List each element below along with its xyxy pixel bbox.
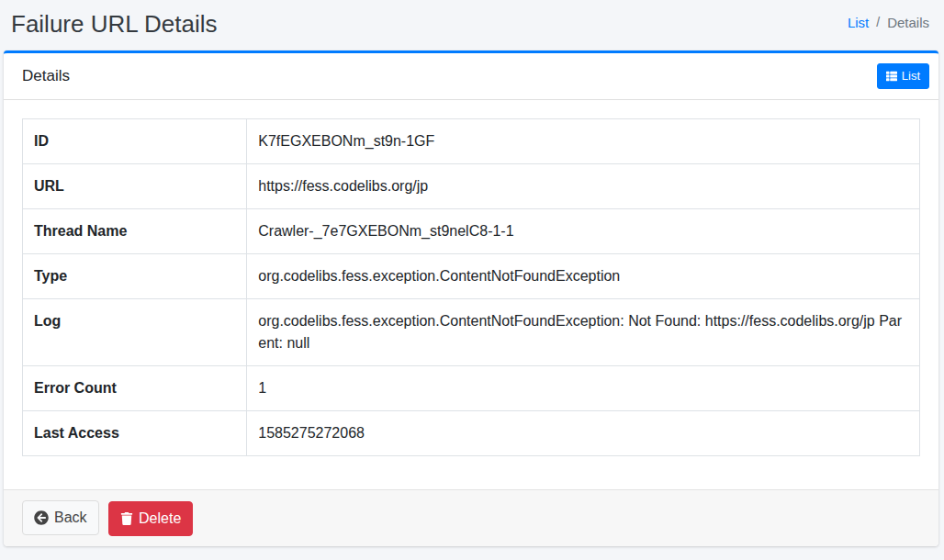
field-value: K7fEGXEBONm_st9n-1GF <box>247 118 920 163</box>
trash-icon <box>120 512 133 525</box>
table-row: ID K7fEGXEBONm_st9n-1GF <box>23 118 920 163</box>
table-row: Type org.codelibs.fess.exception.Content… <box>23 253 920 298</box>
field-label: Log <box>23 298 247 365</box>
table-row: Log org.codelibs.fess.exception.ContentN… <box>23 298 920 365</box>
table-row: Error Count 1 <box>23 365 920 410</box>
field-value: 1 <box>247 365 920 410</box>
breadcrumb: List / Details <box>848 13 929 32</box>
back-button[interactable]: Back <box>22 500 99 535</box>
field-label: Thread Name <box>23 208 247 253</box>
table-row: Last Access 1585275272068 <box>23 410 920 455</box>
breadcrumb-item-details: Details <box>887 13 929 32</box>
card-title: Details <box>22 65 70 87</box>
field-value: 1585275272068 <box>247 410 920 455</box>
details-table: ID K7fEGXEBONm_st9n-1GF URL https://fess… <box>22 118 920 456</box>
back-button-label: Back <box>54 507 87 529</box>
field-label: Type <box>23 253 247 298</box>
details-card: Details List ID K7fEGXEBONm_st9n-1GF URL… <box>4 50 938 546</box>
table-row: Thread Name Crawler-_7e7GXEBONm_st9nelC8… <box>23 208 920 253</box>
card-footer: Back Delete <box>4 489 938 546</box>
list-button-label: List <box>902 67 920 85</box>
field-value: org.codelibs.fess.exception.ContentNotFo… <box>247 253 920 298</box>
field-label: ID <box>23 118 247 163</box>
breadcrumb-separator: / <box>869 14 887 32</box>
delete-button-label: Delete <box>139 508 181 530</box>
arrow-circle-left-icon <box>34 510 49 525</box>
field-value: https://fess.codelibs.org/jp <box>247 163 920 208</box>
field-value: Crawler-_7e7GXEBONm_st9nelC8-1-1 <box>247 208 920 253</box>
breadcrumb-link-list[interactable]: List <box>848 13 869 32</box>
card-header: Details List <box>4 53 938 100</box>
table-row: URL https://fess.codelibs.org/jp <box>23 163 920 208</box>
th-list-icon <box>886 71 897 82</box>
field-value: org.codelibs.fess.exception.ContentNotFo… <box>247 298 920 365</box>
page-title: Failure URL Details <box>11 10 217 39</box>
field-label: URL <box>23 163 247 208</box>
list-button[interactable]: List <box>877 63 929 89</box>
field-label: Last Access <box>23 410 247 455</box>
content-header: Failure URL Details List / Details <box>0 0 944 50</box>
delete-button[interactable]: Delete <box>108 501 193 536</box>
card-body: ID K7fEGXEBONm_st9n-1GF URL https://fess… <box>4 100 938 489</box>
field-label: Error Count <box>23 365 247 410</box>
